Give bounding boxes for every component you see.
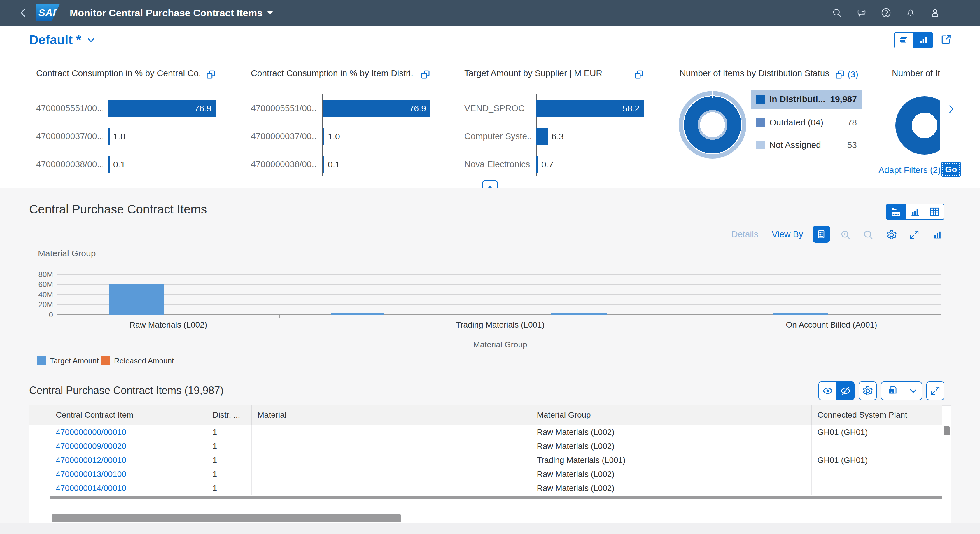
chart-fullscreen-button[interactable] [909, 229, 920, 240]
col-material[interactable]: Material [251, 405, 531, 425]
kpi2-title[interactable]: Contract Consumption in % by Item Distri… [251, 68, 414, 78]
target-amount-bar-trading-materials-1[interactable] [331, 313, 384, 315]
legend-item-outdated[interactable]: Outdated (04) 78 [751, 113, 862, 132]
variant-selector[interactable]: Default * [29, 33, 95, 47]
kpi4-filter-badge[interactable]: (3) [848, 69, 858, 79]
row-selector-cell[interactable] [29, 467, 50, 481]
target-amount-legend-label[interactable]: Target Amount [50, 356, 99, 365]
row-selector-cell[interactable] [29, 425, 50, 439]
bell-icon [905, 8, 916, 18]
user-button[interactable] [930, 8, 940, 18]
legend-item-not-assigned[interactable]: Not Assigned 53 [751, 135, 862, 154]
row-selector-header[interactable] [29, 405, 50, 425]
distribution-status-donut[interactable] [679, 91, 746, 159]
eye-icon [822, 385, 833, 396]
contract-item-link[interactable]: 4700000013/00100 [56, 470, 126, 478]
table-settings-button[interactable] [859, 381, 877, 400]
zoom-out-button[interactable] [863, 229, 874, 240]
contract-item-link[interactable]: 4700000000/00010 [56, 428, 126, 437]
copy-icon [420, 69, 431, 80]
view-by-button[interactable]: View By [772, 229, 803, 239]
kpi3-bar-row[interactable]: VEND_SPROC 58.2 [465, 100, 647, 117]
col-distr-status[interactable]: Distr. ... [207, 405, 251, 425]
hide-details-button[interactable] [837, 381, 854, 400]
vertical-scrollbar-track[interactable] [942, 425, 951, 496]
contract-item-link[interactable]: 4700000009/00020 [56, 442, 126, 451]
col-connected-system-plant[interactable]: Connected System Plant [811, 405, 942, 425]
vertical-scrollbar-thumb[interactable] [943, 426, 950, 435]
export-spreadsheet-icon [887, 385, 898, 396]
row-selector-cell[interactable] [29, 439, 50, 453]
kpi3-bar2[interactable] [536, 156, 538, 173]
chart-view-button[interactable] [905, 203, 925, 220]
table-row[interactable]: 4700000009/00020 1 Raw Materials (L002) [29, 439, 942, 453]
kpi3-bar1[interactable] [536, 128, 548, 145]
toggle-legend-button[interactable] [813, 226, 830, 243]
show-details-button[interactable] [818, 381, 837, 400]
row-selector-cell[interactable] [29, 453, 50, 467]
horizontal-scrollbar-thumb[interactable] [52, 515, 401, 522]
feedback-button[interactable] [856, 8, 867, 18]
charts-scroll-next-button[interactable] [946, 103, 956, 115]
kpi3-bar-row[interactable]: Computer Syste... 6.3 [465, 128, 647, 145]
col-central-contract-item[interactable]: Central Contract Item [50, 405, 207, 425]
kpi1-bar2-value: 0.1 [113, 159, 126, 170]
kpi2-bar2[interactable] [323, 156, 325, 173]
kpi2-bar1[interactable] [323, 128, 325, 145]
col-material-group[interactable]: Material Group [531, 405, 811, 425]
kpi1-bar-row[interactable]: 4700005551/00... 76.9 [36, 100, 218, 117]
contract-item-link[interactable]: 4700000012/00010 [56, 456, 126, 465]
filter-bar-view-button[interactable] [894, 32, 913, 48]
table-fullscreen-button[interactable] [926, 381, 944, 400]
kpi1-bar-row[interactable]: 4700000038/00... 0.1 [36, 156, 218, 173]
adapt-filters-link[interactable]: Adapt Filters (2) [878, 165, 940, 175]
chart-type-button[interactable] [932, 229, 943, 240]
legend-value: 19,987 [830, 94, 857, 104]
row-selector-cell[interactable] [29, 481, 50, 495]
chart-table-view-button[interactable] [886, 203, 905, 220]
kpi1-copy-button[interactable] [205, 69, 216, 80]
table-row[interactable]: 4700000012/00010 1 Trading Materials (L0… [29, 453, 942, 467]
export-menu-button[interactable] [904, 381, 922, 400]
notifications-button[interactable] [905, 8, 916, 18]
help-button[interactable] [881, 8, 891, 18]
sap-logo[interactable]: SAP [37, 4, 60, 21]
kpi1-bar1[interactable] [108, 128, 110, 145]
kpi1-bar2[interactable] [108, 156, 110, 173]
share-button[interactable] [940, 34, 951, 45]
kpi3-title[interactable]: Target Amount by Supplier | M EUR [465, 68, 628, 78]
details-button[interactable]: Details [732, 229, 758, 239]
chart-settings-button[interactable] [886, 229, 897, 240]
kpi1-title[interactable]: Contract Consumption in % by Central Co.… [36, 68, 199, 78]
released-amount-legend-label[interactable]: Released Amount [114, 356, 174, 365]
kpi4-title[interactable]: Number of Items by Distribution Status [679, 68, 831, 78]
kpi2-bar-row[interactable]: 4700005551/00... 76.9 [251, 100, 433, 117]
chart-view-icon [918, 35, 928, 46]
kpi4-copy-button[interactable] [835, 69, 845, 80]
table-row[interactable]: 4700000013/00100 1 Raw Materials (L002) [29, 467, 942, 481]
table-row[interactable]: 4700000000/00010 1 Raw Materials (L002) … [29, 425, 942, 439]
kpi1-bar-row[interactable]: 4700000037/00... 1.0 [36, 128, 218, 145]
kpi2-bar-row[interactable]: 4700000038/00... 0.1 [251, 156, 433, 173]
chart-type-icon [932, 229, 943, 240]
target-amount-bar-trading-materials-2[interactable] [551, 313, 607, 315]
table-row[interactable]: 4700000014/00010 1 Raw Materials (L002) [29, 481, 942, 495]
table-view-button[interactable] [925, 203, 944, 220]
zoom-in-button[interactable] [840, 229, 851, 240]
go-button[interactable]: Go [941, 162, 961, 177]
material-group-cell: Trading Materials (L001) [531, 453, 811, 467]
export-button[interactable] [881, 381, 904, 400]
contract-item-link[interactable]: 4700000014/00010 [56, 483, 126, 493]
kpi3-copy-button[interactable] [634, 69, 644, 80]
kpi3-bar-row[interactable]: Nova Electronics... 0.7 [465, 156, 647, 173]
chart-view-button[interactable] [913, 32, 933, 48]
kpi2-copy-button[interactable] [420, 69, 431, 80]
target-amount-bar-on-account-billed[interactable] [773, 313, 828, 315]
app-title-menu[interactable]: Monitor Central Purchase Contract Items [70, 0, 273, 25]
search-button[interactable] [832, 8, 842, 18]
legend-item-in-distribution[interactable]: In Distributi... 19,987 [751, 89, 862, 109]
grid-horizontal-scrollbar[interactable] [50, 496, 942, 499]
back-button[interactable] [18, 0, 28, 25]
target-amount-bar-raw-materials[interactable] [109, 284, 164, 315]
kpi2-bar-row[interactable]: 4700000037/00... 1.0 [251, 128, 433, 145]
